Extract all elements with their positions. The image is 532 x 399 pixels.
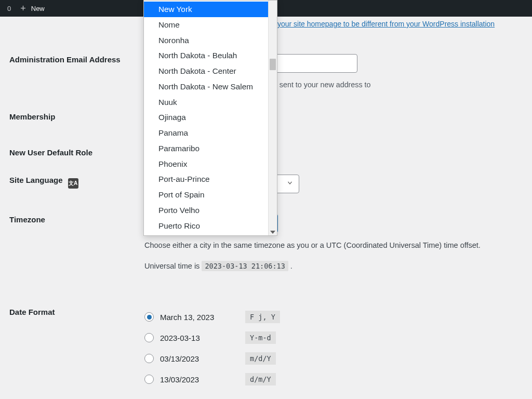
radio-button[interactable] — [144, 354, 154, 363]
timezone-option[interactable]: Puerto Rico — [144, 218, 268, 234]
timezone-option[interactable]: Punta Arenas — [144, 233, 268, 235]
timezone-dropdown-listbox[interactable]: New YorkNomeNoronhaNorth Dakota - Beulah… — [143, 0, 277, 236]
radio-button[interactable] — [144, 312, 154, 322]
scrollbar-down-arrow-icon[interactable] — [270, 231, 275, 234]
timezone-label: Timezone — [9, 212, 144, 224]
date-format-option[interactable]: 2023-03-13Y-m-d — [144, 327, 532, 348]
membership-label: Membership — [9, 109, 144, 121]
timezone-option[interactable]: Ojinaga — [144, 110, 268, 125]
timezone-option[interactable]: North Dakota - Beulah — [144, 48, 268, 63]
new-link[interactable]: New — [31, 5, 45, 12]
date-format-option[interactable]: 13/03/2023d/m/Y — [144, 369, 532, 390]
admin-bar-count[interactable]: 0 — [3, 5, 15, 12]
universal-time-line: Universal time is 2023-03-13 21:06:13 . — [144, 249, 532, 271]
date-format-label: Date Format — [9, 304, 144, 316]
universal-time-value: 2023-03-13 21:06:13 — [202, 261, 288, 271]
translate-icon: 文A — [68, 178, 78, 189]
timezone-option[interactable]: New York — [144, 2, 268, 17]
timezone-option[interactable]: North Dakota - Center — [144, 63, 268, 79]
admin-email-label: Administration Email Address — [9, 52, 144, 64]
date-format-display: 13/03/2023 — [160, 375, 239, 384]
date-format-display: 03/13/2023 — [160, 354, 239, 363]
timezone-option[interactable]: Porto Velho — [144, 203, 268, 218]
date-format-code: Y-m-d — [245, 331, 276, 344]
date-format-display: 2023-03-13 — [160, 334, 239, 342]
date-format-option[interactable]: March 13, 2023F j, Y — [144, 307, 532, 327]
timezone-option[interactable]: Nuuk — [144, 95, 268, 110]
timezone-option[interactable]: Noronha — [144, 33, 268, 48]
date-format-option[interactable]: 03/13/2023m/d/Y — [144, 348, 532, 369]
timezone-option[interactable]: Port-au-Prince — [144, 171, 268, 187]
homepage-settings-link[interactable]: your site homepage to be different from … — [277, 20, 495, 28]
timezone-option[interactable]: North Dakota - New Salem — [144, 79, 268, 95]
site-language-label: Site Language 文A — [9, 172, 144, 189]
date-format-code: m/d/Y — [245, 352, 276, 365]
new-user-role-label: New User Default Role — [9, 145, 144, 157]
date-format-display: March 13, 2023 — [160, 313, 239, 322]
radio-button[interactable] — [144, 333, 154, 342]
radio-button[interactable] — [144, 375, 154, 384]
timezone-option[interactable]: Phoenix — [144, 156, 268, 172]
timezone-option[interactable]: Panama — [144, 125, 268, 141]
timezone-option[interactable]: Nome — [144, 17, 268, 33]
timezone-option[interactable]: Paramaribo — [144, 141, 268, 156]
plus-icon[interactable]: + — [20, 4, 26, 13]
scrollbar-thumb[interactable] — [270, 59, 276, 70]
date-format-code: d/m/Y — [245, 373, 276, 385]
timezone-option[interactable]: Port of Spain — [144, 187, 268, 203]
dropdown-scrollbar[interactable] — [268, 1, 277, 235]
date-format-code: F j, Y — [245, 311, 280, 323]
chevron-down-icon — [286, 179, 294, 187]
